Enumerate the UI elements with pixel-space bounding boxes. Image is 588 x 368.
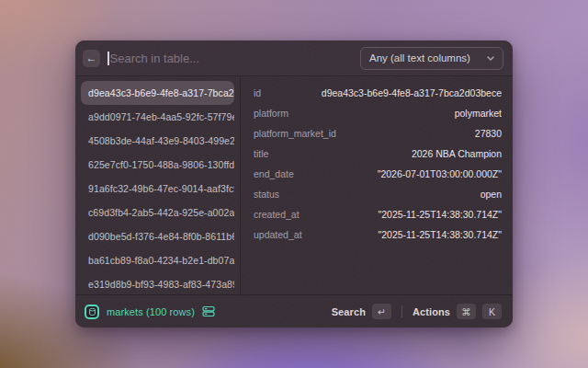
field-value: open [481, 189, 502, 200]
field-key: status [254, 189, 279, 200]
list-item[interactable]: 4508b3de-44af-43e9-8403-499e2... [81, 129, 234, 153]
field-key: updated_at [254, 229, 302, 240]
list-item[interactable]: 91a6fc32-49b6-47ec-9014-aaf3fcf0... [81, 177, 234, 201]
detail-row: end_date "2026-07-01T03:00:00.000Z" [254, 164, 502, 184]
table-search-modal: ← Any (all text columns) d9ea43c3-b6e9-4… [75, 40, 513, 328]
list-item[interactable]: e319d8b9-bf93-4983-af83-473a89... [81, 272, 234, 294]
field-value: "2025-11-25T14:38:30.714Z" [378, 229, 502, 240]
column-filter-value: Any (all text columns) [369, 52, 470, 63]
field-key: end_date [254, 168, 294, 179]
table-label: markets (100 rows) [107, 306, 195, 317]
k-key-badge: K [482, 304, 502, 319]
list-item[interactable]: c69d3fb4-2ab5-442a-925e-a002ad... [81, 201, 234, 224]
results-list: d9ea43c3-b6e9-4fe8-a317-7bca2d... a9dd09… [75, 76, 241, 294]
field-key: created_at [254, 209, 300, 220]
chevron-down-icon [487, 56, 494, 61]
detail-row: id d9ea43c3-b6e9-4fe8-a317-7bca2d03bece [254, 83, 502, 103]
record-details: id d9ea43c3-b6e9-4fe8-a317-7bca2d03bece … [241, 76, 513, 294]
modal-body: d9ea43c3-b6e9-4fe8-a317-7bca2d... a9dd09… [75, 76, 513, 294]
column-filter-dropdown[interactable]: Any (all text columns) [360, 47, 503, 70]
cmd-key-badge: ⌘ [457, 304, 476, 319]
field-value: "2026-07-01T03:00:00.000Z" [378, 168, 502, 179]
search-header: ← Any (all text columns) [75, 40, 513, 76]
detail-row: platform polymarket [254, 103, 502, 123]
field-key: platform [254, 108, 288, 119]
list-item[interactable]: a9dd0971-74eb-4aa5-92fc-57f79e5... [81, 105, 234, 129]
field-value: "2025-11-25T14:38:30.714Z" [378, 209, 502, 220]
field-value: 27830 [475, 128, 502, 139]
field-value: 2026 NBA Champion [412, 148, 502, 159]
field-key: platform_market_id [254, 128, 336, 139]
field-key: id [254, 87, 261, 98]
field-value: d9ea43c3-b6e9-4fe8-a317-7bca2d03bece [322, 87, 502, 98]
footer-divider [401, 305, 402, 317]
enter-key-badge: ↵ [372, 304, 391, 319]
table-info: markets (100 rows) [85, 305, 215, 319]
back-button[interactable]: ← [83, 50, 100, 67]
detail-row: created_at "2025-11-25T14:38:30.714Z" [254, 204, 502, 224]
shortcut-hints: Search ↵ Actions ⌘ K [332, 304, 502, 319]
search-hint-label[interactable]: Search [332, 306, 366, 317]
field-key: title [254, 148, 268, 159]
detail-row: platform_market_id 27830 [254, 123, 502, 144]
list-item[interactable]: d090be5d-f376-4e84-8f0b-8611b6f... [81, 224, 234, 248]
table-icon [85, 305, 99, 319]
list-item[interactable]: ba61cb89-f8a0-4234-b2e1-db07a6... [81, 248, 234, 272]
list-item[interactable]: d9ea43c3-b6e9-4fe8-a317-7bca2d... [81, 81, 234, 105]
database-icon[interactable] [202, 305, 215, 317]
search-input[interactable] [109, 52, 361, 65]
detail-row: title 2026 NBA Champion [254, 144, 502, 164]
detail-row: updated_at "2025-11-25T14:38:30.714Z" [254, 224, 502, 245]
desktop-background: ← Any (all text columns) d9ea43c3-b6e9-4… [0, 0, 588, 368]
list-item[interactable]: 625e7cf0-1750-488a-9806-130ffd6... [81, 153, 234, 177]
detail-row: status open [254, 184, 502, 204]
status-bar: markets (100 rows) Search ↵ Actions ⌘ K [75, 294, 513, 328]
field-value: polymarket [455, 108, 502, 119]
actions-hint-label[interactable]: Actions [413, 306, 450, 317]
